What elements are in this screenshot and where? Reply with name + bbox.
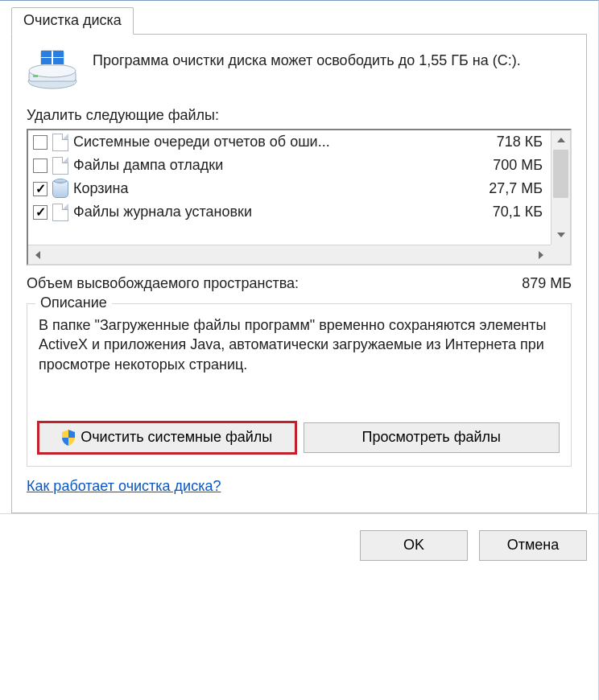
tab-disk-cleanup[interactable]: Очистка диска bbox=[11, 7, 134, 35]
svg-rect-8 bbox=[53, 58, 64, 64]
freed-space-value: 879 МБ bbox=[522, 275, 572, 292]
list-item[interactable]: Корзина 27,7 МБ bbox=[28, 177, 551, 200]
scroll-down-icon[interactable] bbox=[551, 225, 570, 245]
view-files-button[interactable]: Просмотреть файлы bbox=[304, 422, 560, 453]
document-icon bbox=[52, 157, 68, 175]
disk-drive-icon bbox=[27, 49, 78, 91]
file-size: 27,7 МБ bbox=[489, 180, 546, 197]
scroll-up-icon[interactable] bbox=[551, 130, 570, 150]
scroll-track[interactable] bbox=[48, 245, 531, 264]
recycle-bin-icon bbox=[52, 180, 68, 198]
file-name: Файлы дампа отладки bbox=[73, 157, 488, 174]
description-group: Описание В папке "Загруженные файлы прог… bbox=[27, 303, 572, 467]
scroll-left-icon[interactable] bbox=[28, 245, 48, 264]
description-buttons: Очистить системные файлы Просмотреть фай… bbox=[39, 422, 560, 453]
document-icon bbox=[52, 204, 68, 221]
clean-system-files-button[interactable]: Очистить системные файлы bbox=[39, 422, 295, 453]
file-list-inner: Системные очереди отчетов об оши... 718 … bbox=[28, 130, 551, 245]
file-size: 718 КБ bbox=[497, 134, 546, 150]
list-item[interactable]: Системные очереди отчетов об оши... 718 … bbox=[28, 130, 551, 154]
tab-strip: Очистка диска bbox=[11, 6, 587, 35]
freed-space-label: Объем высвобождаемого пространства: bbox=[27, 275, 299, 292]
vertical-scrollbar[interactable] bbox=[551, 130, 570, 245]
cancel-button[interactable]: Отмена bbox=[479, 530, 587, 561]
svg-rect-3 bbox=[33, 75, 38, 77]
description-text: В папке "Загруженные файлы программ" вре… bbox=[39, 315, 560, 374]
intro-text: Программа очистки диска может освободить… bbox=[93, 49, 521, 70]
file-size: 700 МБ bbox=[493, 157, 546, 174]
clean-system-files-label: Очистить системные файлы bbox=[81, 429, 272, 446]
disk-cleanup-dialog: Очистка диска Программа очистки диска мо… bbox=[0, 1, 598, 700]
help-link[interactable]: Как работает очистка диска? bbox=[27, 478, 221, 495]
file-name: Системные очереди отчетов об оши... bbox=[73, 134, 492, 150]
scroll-track[interactable] bbox=[551, 150, 570, 225]
tab-panel: Программа очистки диска может освободить… bbox=[11, 35, 587, 513]
horizontal-scrollbar[interactable] bbox=[28, 245, 551, 264]
freed-space-row: Объем высвобождаемого пространства: 879 … bbox=[27, 275, 572, 292]
scroll-thumb[interactable] bbox=[553, 150, 568, 198]
svg-rect-6 bbox=[53, 51, 64, 57]
svg-rect-5 bbox=[41, 51, 52, 57]
ok-button[interactable]: OK bbox=[360, 530, 468, 561]
uac-shield-icon bbox=[61, 430, 76, 446]
svg-rect-7 bbox=[41, 58, 52, 64]
scroll-right-icon[interactable] bbox=[531, 245, 551, 264]
file-list-label: Удалить следующие файлы: bbox=[27, 107, 572, 124]
document-icon bbox=[52, 134, 68, 151]
intro-row: Программа очистки диска может освободить… bbox=[27, 49, 572, 91]
list-item-empty bbox=[28, 224, 551, 245]
file-name: Корзина bbox=[73, 180, 484, 197]
view-files-label: Просмотреть файлы bbox=[361, 429, 501, 446]
file-list: Системные очереди отчетов об оши... 718 … bbox=[27, 129, 572, 266]
scroll-corner bbox=[551, 245, 570, 264]
checkbox[interactable] bbox=[33, 182, 48, 196]
file-size: 70,1 КБ bbox=[493, 204, 546, 220]
list-item[interactable]: Файлы журнала установки 70,1 КБ bbox=[28, 200, 551, 224]
file-name: Файлы журнала установки bbox=[73, 204, 488, 220]
description-legend: Описание bbox=[35, 294, 112, 311]
list-item[interactable]: Файлы дампа отладки 700 МБ bbox=[28, 154, 551, 177]
dialog-button-bar: OK Отмена bbox=[0, 513, 598, 561]
checkbox[interactable] bbox=[33, 205, 48, 220]
checkbox[interactable] bbox=[33, 135, 48, 150]
checkbox[interactable] bbox=[33, 159, 48, 173]
